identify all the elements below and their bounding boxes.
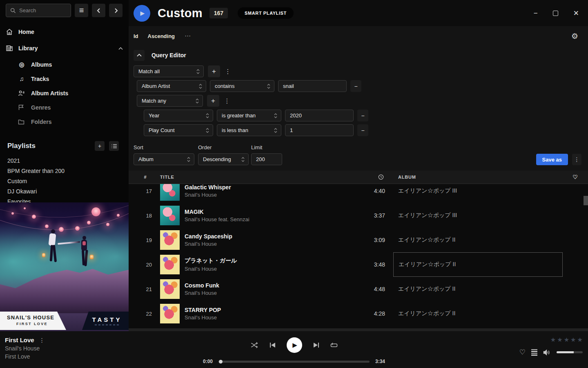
- queue-button[interactable]: [531, 349, 537, 356]
- track-album[interactable]: エイリアン☆ポップ II: [393, 277, 563, 301]
- seek-handle[interactable]: [219, 360, 223, 364]
- playlist-item[interactable]: DJ Okawari: [7, 186, 129, 196]
- track-title[interactable]: Candy Spaceship: [185, 233, 232, 240]
- track-artist[interactable]: Snail's House: [185, 314, 221, 321]
- group-options-button[interactable]: ⋮: [224, 65, 232, 77]
- sort-field-button[interactable]: Id: [134, 33, 138, 39]
- volume-slider[interactable]: [557, 351, 583, 353]
- minimize-button[interactable]: −: [534, 10, 538, 17]
- rule-operator-select[interactable]: contains: [210, 80, 274, 92]
- remove-rule-button[interactable]: −: [350, 80, 361, 92]
- star-icon[interactable]: ★: [577, 336, 583, 343]
- track-album[interactable]: エイリアン☆ポップ III: [393, 184, 563, 203]
- rating-stars[interactable]: ★★★★★: [550, 336, 583, 343]
- track-title[interactable]: Cosmo Funk: [185, 282, 219, 289]
- shuffle-button[interactable]: [251, 342, 258, 348]
- table-row[interactable]: 19 Candy Spaceship Snail's House 3:09 エイ…: [129, 228, 588, 252]
- now-playing-art[interactable]: SNAIL'S HOUSE FIRST LOVE TASTY: [0, 202, 129, 331]
- horizontal-scrollbar[interactable]: [129, 328, 588, 331]
- menu-button[interactable]: ≡: [75, 4, 88, 17]
- sidebar-item-album-artists[interactable]: Album Artists: [0, 86, 129, 100]
- track-artist[interactable]: Snail's House: [185, 192, 231, 198]
- order-select[interactable]: Descending: [198, 153, 249, 165]
- group-options-button[interactable]: ⋮: [223, 95, 231, 107]
- gear-icon[interactable]: ⚙: [571, 31, 578, 41]
- column-header-index[interactable]: #: [135, 175, 156, 180]
- rule-value-input[interactable]: [285, 124, 354, 136]
- remove-rule-button[interactable]: −: [357, 110, 368, 121]
- playlist-item[interactable]: 2021: [7, 155, 129, 166]
- track-album[interactable]: エイリアン☆ポップ II: [393, 301, 563, 326]
- rule-field-select[interactable]: Play Count: [144, 124, 213, 136]
- sort-select[interactable]: Album: [134, 153, 194, 165]
- rule-field-select[interactable]: Album Artist: [137, 80, 206, 92]
- remove-rule-button[interactable]: −: [357, 124, 368, 136]
- sidebar-item-genres[interactable]: Genres: [0, 100, 129, 114]
- star-icon[interactable]: ★: [557, 336, 562, 343]
- search-box[interactable]: [6, 4, 71, 17]
- star-icon[interactable]: ★: [570, 336, 576, 343]
- back-button[interactable]: [92, 4, 105, 17]
- column-header-favorite[interactable]: ♡: [563, 174, 588, 180]
- sidebar-item-folders[interactable]: Folders: [0, 114, 129, 129]
- add-rule-button[interactable]: +: [208, 65, 220, 77]
- add-playlist-button[interactable]: +: [95, 141, 105, 151]
- now-playing-artist[interactable]: Snail's House: [5, 345, 45, 352]
- match-select[interactable]: Match any: [137, 95, 203, 107]
- playlist-item[interactable]: Custom: [7, 176, 129, 186]
- more-options-button[interactable]: ⋯: [185, 32, 191, 40]
- save-as-button[interactable]: Save as: [536, 154, 568, 165]
- close-button[interactable]: ✕: [573, 10, 579, 17]
- table-row[interactable]: 22 STARRY POP Snail's House 4:28 エイリアン☆ポ…: [129, 301, 588, 326]
- play-playlist-button[interactable]: ▶: [134, 5, 150, 22]
- repeat-button[interactable]: [330, 342, 338, 348]
- sidebar-item-home[interactable]: Home: [6, 24, 123, 40]
- limit-input[interactable]: [251, 153, 282, 165]
- column-header-album[interactable]: ALBUM: [393, 175, 563, 180]
- sidebar-item-tracks[interactable]: ♫ Tracks: [0, 72, 129, 86]
- star-icon[interactable]: ★: [564, 336, 569, 343]
- track-artist[interactable]: Snail's House feat. Sennzai: [185, 216, 249, 222]
- now-playing-album[interactable]: First Love: [5, 353, 45, 360]
- rule-operator-select[interactable]: is greater than: [217, 110, 281, 121]
- rule-field-select[interactable]: Year: [144, 110, 213, 121]
- previous-button[interactable]: [270, 342, 276, 348]
- search-input[interactable]: [19, 7, 67, 13]
- playlist-list-button[interactable]: [109, 141, 119, 151]
- track-title[interactable]: プラネット・ガール: [185, 257, 237, 265]
- track-title[interactable]: STARRY POP: [185, 307, 221, 313]
- play-pause-button[interactable]: ▶: [287, 337, 302, 353]
- track-artist[interactable]: Snail's House: [185, 290, 219, 296]
- rule-value-input[interactable]: [285, 110, 354, 121]
- table-row[interactable]: 18 MAGIK Snail's House feat. Sennzai 3:3…: [129, 203, 588, 228]
- favorite-button[interactable]: ♡: [519, 348, 526, 357]
- maximize-button[interactable]: [553, 11, 558, 16]
- playlist-item[interactable]: BPM Greater than 200: [7, 166, 129, 176]
- now-playing-title[interactable]: First Love: [5, 337, 34, 343]
- track-title[interactable]: Galactic Whisper: [185, 184, 231, 191]
- seek-bar[interactable]: [218, 361, 370, 363]
- track-album-focused-cell[interactable]: エイリアン☆ポップ II: [393, 252, 563, 277]
- rule-value-input[interactable]: [278, 80, 347, 92]
- track-album[interactable]: エイリアン☆ポップ II: [393, 228, 563, 252]
- sidebar-item-albums[interactable]: ◎ Albums: [0, 57, 129, 72]
- sidebar-item-library[interactable]: Library: [6, 40, 123, 56]
- rule-operator-select[interactable]: is less than: [217, 124, 281, 136]
- track-album[interactable]: エイリアン☆ポップ III: [393, 203, 563, 228]
- save-options-button[interactable]: ⋮: [572, 154, 581, 165]
- table-row[interactable]: 21 Cosmo Funk Snail's House 4:48 エイリアン☆ポ…: [129, 277, 588, 301]
- collapse-query-editor-button[interactable]: [134, 50, 145, 61]
- match-select[interactable]: Match all: [134, 65, 204, 77]
- table-row[interactable]: 20 プラネット・ガール Snail's House 3:48 エイリアン☆ポッ…: [129, 252, 588, 277]
- column-header-title[interactable]: TITLE: [156, 175, 346, 180]
- now-playing-options-button[interactable]: ⋮: [39, 337, 45, 343]
- vertical-scrollbar-thumb[interactable]: [584, 196, 588, 205]
- track-title[interactable]: MAGIK: [185, 209, 249, 215]
- column-header-duration[interactable]: [346, 174, 385, 180]
- next-button[interactable]: [313, 342, 319, 348]
- forward-button[interactable]: [109, 4, 122, 17]
- volume-button[interactable]: [543, 349, 551, 356]
- star-icon[interactable]: ★: [550, 336, 556, 343]
- add-rule-button[interactable]: +: [207, 95, 219, 107]
- table-row[interactable]: 17 Galactic Whisper Snail's House 4:40 エ…: [129, 184, 588, 203]
